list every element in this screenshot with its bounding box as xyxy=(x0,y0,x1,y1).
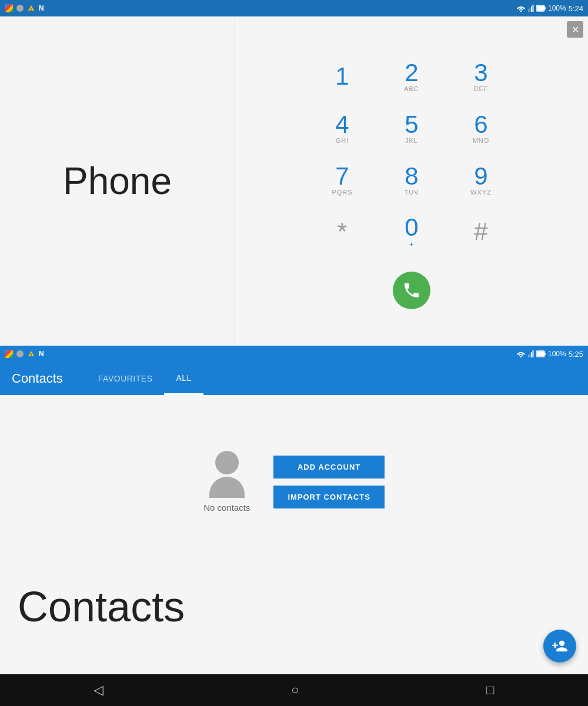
no-contacts-area: No contacts xyxy=(203,451,250,513)
person-icon xyxy=(206,451,248,498)
time-1: 5:24 xyxy=(569,4,583,13)
dial-key-0[interactable]: 0 + xyxy=(379,208,444,255)
svg-text:!: ! xyxy=(31,7,32,11)
contacts-app-title: Contacts xyxy=(0,371,63,386)
tab-all[interactable]: ALL xyxy=(164,362,203,395)
person-body xyxy=(209,477,245,498)
warning-icon: ! xyxy=(27,4,35,12)
svg-rect-5 xyxy=(531,6,532,12)
import-contacts-button[interactable]: IMPORT CONTACTS xyxy=(273,486,384,508)
phone-panel: Phone ✕ 1 2 ABC 3 DEF 4 GHI 5 xyxy=(0,16,588,346)
close-button[interactable]: ✕ xyxy=(567,21,583,38)
svg-rect-4 xyxy=(529,8,530,12)
status-bar-left-icons: ! N xyxy=(5,4,44,12)
dial-key-4[interactable]: 4 GHI xyxy=(310,105,375,152)
circle-icon xyxy=(16,5,24,12)
contacts-appbar: Contacts FAVOURITES ALL xyxy=(0,362,588,395)
battery-icon-2 xyxy=(536,350,546,357)
dial-key-hash[interactable]: # xyxy=(449,208,513,255)
signal-icon-2 xyxy=(528,350,534,357)
phone-label-area: Phone xyxy=(0,16,235,346)
circle-icon-2 xyxy=(16,350,24,357)
add-contact-icon xyxy=(552,638,568,654)
contacts-bottom-area: Contacts xyxy=(0,568,588,674)
action-buttons: ADD ACCOUNT IMPORT CONTACTS xyxy=(273,456,384,508)
svg-rect-3 xyxy=(528,9,529,12)
battery-icon xyxy=(536,5,546,12)
status-bar-right: 100% 5:24 xyxy=(516,4,583,13)
wifi-icon xyxy=(516,5,526,12)
dial-key-7[interactable]: 7 PQRS xyxy=(310,156,375,203)
status-bar2-left: ! N xyxy=(5,350,44,358)
status-bar2-right: 100% 5:25 xyxy=(516,350,583,359)
svg-rect-18 xyxy=(544,353,546,355)
contacts-bottom-title: Contacts xyxy=(0,583,185,631)
signal-icon xyxy=(528,5,534,12)
svg-rect-19 xyxy=(537,352,544,356)
battery-percent: 100% xyxy=(548,4,566,12)
svg-rect-15 xyxy=(531,352,532,357)
recent-button[interactable]: □ xyxy=(486,682,494,698)
phone-call-icon xyxy=(402,281,421,300)
status-bar-2: ! N 100% 5:25 xyxy=(0,346,588,362)
dial-key-9[interactable]: 9 WXYZ xyxy=(449,156,513,203)
svg-rect-14 xyxy=(529,353,530,357)
person-head xyxy=(215,451,239,474)
n-icon: N xyxy=(39,4,44,12)
dial-grid: 1 2 ABC 3 DEF 4 GHI 5 JKL 6 MNO xyxy=(310,53,513,255)
no-contacts-label: No contacts xyxy=(203,503,250,513)
battery-percent-2: 100% xyxy=(548,350,566,358)
navigation-bar: ◁ ○ □ xyxy=(0,674,588,706)
add-account-button[interactable]: ADD ACCOUNT xyxy=(273,456,384,479)
dialer-area: ✕ 1 2 ABC 3 DEF 4 GHI 5 JKL xyxy=(235,16,588,346)
status-bar-1: ! N 100% 5:24 xyxy=(0,0,588,16)
google-icon xyxy=(5,4,13,12)
dial-key-2[interactable]: 2 ABC xyxy=(379,53,444,100)
dial-key-5[interactable]: 5 JKL xyxy=(379,105,444,152)
wifi-icon-2 xyxy=(516,350,526,357)
warning-icon-2: ! xyxy=(27,350,35,358)
back-button[interactable]: ◁ xyxy=(93,682,103,698)
svg-rect-13 xyxy=(528,355,529,357)
home-button[interactable]: ○ xyxy=(291,682,299,698)
dial-key-8[interactable]: 8 TUV xyxy=(379,156,444,203)
svg-rect-16 xyxy=(532,350,533,357)
svg-rect-9 xyxy=(537,6,544,11)
add-contact-fab[interactable] xyxy=(543,630,576,662)
google-icon-2 xyxy=(5,350,13,358)
time-2: 5:25 xyxy=(569,350,583,359)
svg-point-2 xyxy=(520,11,522,12)
phone-title: Phone xyxy=(63,159,172,203)
dial-key-3[interactable]: 3 DEF xyxy=(449,53,513,100)
dial-key-1[interactable]: 1 xyxy=(310,53,375,100)
svg-text:!: ! xyxy=(31,353,32,357)
svg-rect-6 xyxy=(532,5,533,12)
contacts-content: No contacts ADD ACCOUNT IMPORT CONTACTS xyxy=(0,395,588,568)
svg-rect-8 xyxy=(544,7,546,9)
dial-key-star[interactable]: * xyxy=(310,208,375,255)
svg-point-12 xyxy=(520,356,522,358)
tab-favourites[interactable]: FAVOURITES xyxy=(86,362,165,395)
n-icon-2: N xyxy=(39,350,44,358)
dial-key-6[interactable]: 6 MNO xyxy=(449,105,513,152)
call-button[interactable] xyxy=(393,272,430,309)
